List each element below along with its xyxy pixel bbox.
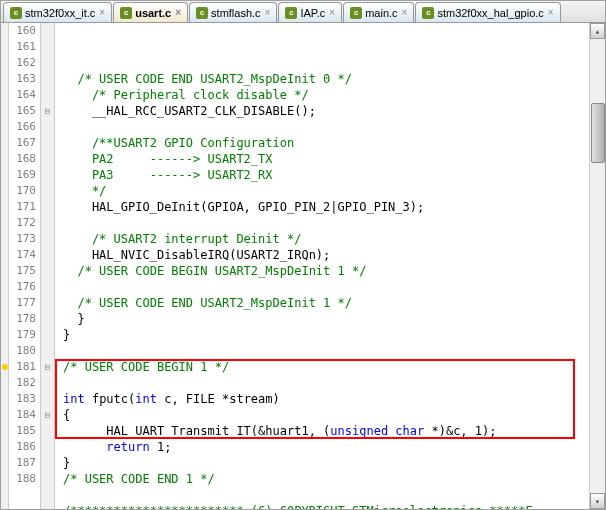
line-number: 181 [9,359,36,375]
tab-stm32f0xx_it-c[interactable]: cstm32f0xx_it.c× [3,2,112,22]
close-icon[interactable]: × [99,7,105,18]
code-line[interactable]: PA2 ------> USART2_TX [63,151,589,167]
scroll-down-button[interactable]: ▾ [590,493,605,509]
file-icon: c [350,7,362,19]
code-line[interactable]: /**USART2 GPIO Configuration [63,135,589,151]
margin-marker [1,183,8,199]
margin-marker [1,199,8,215]
code-line[interactable]: /* USER CODE BEGIN USART2_MspDeInit 1 */ [63,263,589,279]
file-icon: c [120,7,132,19]
code-line[interactable] [63,343,589,359]
code-line[interactable]: } [63,327,589,343]
tab-stmflash-c[interactable]: cstmflash.c× [189,2,277,22]
fold-marker [41,375,54,391]
tab-IAP-c[interactable]: cIAP.c× [278,2,342,22]
fold-marker [41,135,54,151]
margin-marker [1,231,8,247]
line-number: 164 [9,87,36,103]
fold-marker [41,391,54,407]
code-line[interactable]: } [63,311,589,327]
code-line[interactable]: /* USER CODE BEGIN 1 */ [63,359,589,375]
tab-usart-c[interactable]: cusart.c× [113,2,188,22]
code-line[interactable]: /* Peripheral clock disable */ [63,87,589,103]
scroll-thumb[interactable] [591,103,605,163]
margin-marker [1,391,8,407]
line-number: 160 [9,23,36,39]
line-number: 180 [9,343,36,359]
code-line[interactable]: /* USART2 interrupt Deinit */ [63,231,589,247]
tab-stm32f0xx_hal_gpio-c[interactable]: cstm32f0xx_hal_gpio.c× [415,2,560,22]
fold-marker [41,455,54,471]
vertical-scrollbar[interactable]: ▴ ▾ [589,23,605,509]
close-icon[interactable]: × [265,7,271,18]
margin-marker [1,103,8,119]
fold-marker [41,327,54,343]
line-number: 178 [9,311,36,327]
line-number: 165 [9,103,36,119]
code-area[interactable]: /* USER CODE END USART2_MspDeInit 0 */ /… [55,23,589,509]
code-line[interactable] [63,119,589,135]
fold-marker[interactable]: ⊟ [41,103,54,119]
code-line[interactable]: return 1; [63,439,589,455]
code-line[interactable]: __HAL_RCC_USART2_CLK_DISABLE(); [63,103,589,119]
close-icon[interactable]: × [548,7,554,18]
editor-area: 1601611621631641651661671681691701711721… [1,23,605,509]
line-number: 167 [9,135,36,151]
close-icon[interactable]: × [329,7,335,18]
file-icon: c [422,7,434,19]
margin-marker [1,375,8,391]
margin-marker [1,407,8,423]
fold-marker [41,151,54,167]
margin-marker [1,87,8,103]
code-line[interactable]: HAL_NVIC_DisableIRQ(USART2_IRQn); [63,247,589,263]
line-number: 173 [9,231,36,247]
code-line[interactable]: /************************ (C) COPYRIGHT … [63,503,589,509]
margin-marker [1,135,8,151]
code-line[interactable]: /* USER CODE END 1 */ [63,471,589,487]
margin-marker [1,167,8,183]
fold-marker [41,167,54,183]
tab-main-c[interactable]: cmain.c× [343,2,414,22]
code-line[interactable]: { [63,407,589,423]
code-line[interactable]: */ [63,183,589,199]
code-line[interactable] [63,487,589,503]
fold-marker [41,439,54,455]
margin-marker [1,311,8,327]
tab-label: stm32f0xx_hal_gpio.c [437,7,543,19]
fold-marker [41,247,54,263]
code-line[interactable]: int fputc(int c, FILE *stream) [63,391,589,407]
line-number: 170 [9,183,36,199]
code-line[interactable]: PA3 ------> USART2_RX [63,167,589,183]
code-line[interactable]: HAL_UART_Transmit_IT(&huart1, (unsigned … [63,423,589,439]
close-icon[interactable]: × [175,7,181,18]
line-number: 184 [9,407,36,423]
line-number: 163 [9,71,36,87]
scroll-up-button[interactable]: ▴ [590,23,605,39]
code-line[interactable]: /* USER CODE END USART2_MspDeInit 1 */ [63,295,589,311]
file-icon: c [10,7,22,19]
file-icon: c [196,7,208,19]
code-line[interactable]: /* USER CODE END USART2_MspDeInit 0 */ [63,71,589,87]
fold-marker[interactable]: ⊟ [41,407,54,423]
editor-window: cstm32f0xx_it.c×cusart.c×cstmflash.c×cIA… [0,0,606,510]
margin-marker [1,295,8,311]
fold-marker [41,231,54,247]
line-number: 172 [9,215,36,231]
code-line[interactable] [63,279,589,295]
code-line[interactable]: HAL_GPIO_DeInit(GPIOA, GPIO_PIN_2|GPIO_P… [63,199,589,215]
code-line[interactable] [63,375,589,391]
margin-marker [1,471,8,487]
code-line[interactable]: } [63,455,589,471]
tab-label: main.c [365,7,397,19]
fold-marker [41,279,54,295]
margin-marker [1,71,8,87]
fold-marker [41,263,54,279]
margin-marker [1,423,8,439]
close-icon[interactable]: × [402,7,408,18]
fold-marker[interactable]: ⊟ [41,359,54,375]
code-line[interactable] [63,215,589,231]
line-number: 162 [9,55,36,71]
line-number: 183 [9,391,36,407]
fold-marker [41,87,54,103]
fold-marker [41,119,54,135]
